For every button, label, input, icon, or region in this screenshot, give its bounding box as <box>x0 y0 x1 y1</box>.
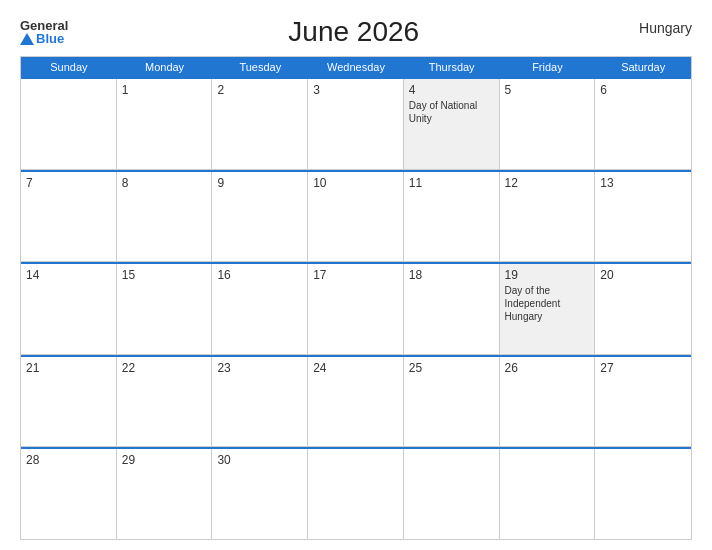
day-number: 14 <box>26 268 111 282</box>
day-number: 17 <box>313 268 398 282</box>
day-cell-w5-d4 <box>308 449 404 539</box>
week-row-5: 282930 <box>21 447 691 539</box>
header-monday: Monday <box>117 57 213 77</box>
day-cell-w1-d7: 6 <box>595 79 691 169</box>
day-cell-w4-d1: 21 <box>21 357 117 447</box>
logo: General Blue <box>20 19 68 45</box>
day-number: 9 <box>217 176 302 190</box>
day-number: 4 <box>409 83 494 97</box>
day-cell-w4-d5: 25 <box>404 357 500 447</box>
day-number: 5 <box>505 83 590 97</box>
week-row-2: 78910111213 <box>21 170 691 263</box>
day-cell-w2-d2: 8 <box>117 172 213 262</box>
day-headers-row: Sunday Monday Tuesday Wednesday Thursday… <box>21 57 691 77</box>
header-friday: Friday <box>500 57 596 77</box>
day-cell-w3-d1: 14 <box>21 264 117 354</box>
calendar-grid: Sunday Monday Tuesday Wednesday Thursday… <box>20 56 692 540</box>
week-row-3: 141516171819Day of the Independent Hunga… <box>21 262 691 355</box>
day-number: 15 <box>122 268 207 282</box>
day-number: 24 <box>313 361 398 375</box>
week-row-4: 21222324252627 <box>21 355 691 448</box>
week-row-1: 1234Day of National Unity56 <box>21 77 691 170</box>
day-cell-w4-d6: 26 <box>500 357 596 447</box>
logo-blue-text: Blue <box>20 32 68 45</box>
day-number: 10 <box>313 176 398 190</box>
day-cell-w5-d7 <box>595 449 691 539</box>
day-number: 2 <box>217 83 302 97</box>
day-cell-w4-d7: 27 <box>595 357 691 447</box>
day-cell-w3-d7: 20 <box>595 264 691 354</box>
day-cell-w4-d3: 23 <box>212 357 308 447</box>
day-number: 29 <box>122 453 207 467</box>
day-cell-w1-d4: 3 <box>308 79 404 169</box>
day-number: 18 <box>409 268 494 282</box>
day-number: 1 <box>122 83 207 97</box>
calendar-page: General Blue June 2026 Hungary Sunday Mo… <box>0 0 712 550</box>
day-number: 16 <box>217 268 302 282</box>
header-tuesday: Tuesday <box>212 57 308 77</box>
day-cell-w1-d6: 5 <box>500 79 596 169</box>
day-number: 23 <box>217 361 302 375</box>
day-number: 26 <box>505 361 590 375</box>
day-cell-w2-d6: 12 <box>500 172 596 262</box>
day-cell-w5-d3: 30 <box>212 449 308 539</box>
day-cell-w2-d3: 9 <box>212 172 308 262</box>
day-number: 25 <box>409 361 494 375</box>
day-number: 3 <box>313 83 398 97</box>
event-label: Day of the Independent Hungary <box>505 285 561 322</box>
day-cell-w3-d4: 17 <box>308 264 404 354</box>
header-thursday: Thursday <box>404 57 500 77</box>
day-cell-w3-d5: 18 <box>404 264 500 354</box>
calendar-title: June 2026 <box>68 16 639 48</box>
day-cell-w3-d2: 15 <box>117 264 213 354</box>
day-cell-w5-d5 <box>404 449 500 539</box>
header-wednesday: Wednesday <box>308 57 404 77</box>
header-saturday: Saturday <box>595 57 691 77</box>
day-cell-w4-d2: 22 <box>117 357 213 447</box>
day-cell-w1-d5: 4Day of National Unity <box>404 79 500 169</box>
day-cell-w3-d3: 16 <box>212 264 308 354</box>
day-cell-w5-d1: 28 <box>21 449 117 539</box>
logo-triangle-icon <box>20 33 34 45</box>
calendar-weeks: 1234Day of National Unity567891011121314… <box>21 77 691 539</box>
day-number: 21 <box>26 361 111 375</box>
day-cell-w1-d2: 1 <box>117 79 213 169</box>
day-number: 30 <box>217 453 302 467</box>
day-cell-w1-d3: 2 <box>212 79 308 169</box>
day-cell-w2-d5: 11 <box>404 172 500 262</box>
day-cell-w4-d4: 24 <box>308 357 404 447</box>
day-cell-w2-d7: 13 <box>595 172 691 262</box>
day-number: 7 <box>26 176 111 190</box>
country-label: Hungary <box>639 16 692 36</box>
day-number: 6 <box>600 83 686 97</box>
day-cell-w1-d1 <box>21 79 117 169</box>
day-cell-w5-d2: 29 <box>117 449 213 539</box>
header-sunday: Sunday <box>21 57 117 77</box>
day-cell-w2-d1: 7 <box>21 172 117 262</box>
day-cell-w3-d6: 19Day of the Independent Hungary <box>500 264 596 354</box>
day-number: 19 <box>505 268 590 282</box>
day-number: 13 <box>600 176 686 190</box>
day-number: 20 <box>600 268 686 282</box>
header: General Blue June 2026 Hungary <box>20 16 692 48</box>
day-number: 8 <box>122 176 207 190</box>
day-number: 27 <box>600 361 686 375</box>
day-cell-w5-d6 <box>500 449 596 539</box>
day-number: 28 <box>26 453 111 467</box>
day-number: 22 <box>122 361 207 375</box>
day-number: 12 <box>505 176 590 190</box>
day-cell-w2-d4: 10 <box>308 172 404 262</box>
event-label: Day of National Unity <box>409 100 477 124</box>
day-number: 11 <box>409 176 494 190</box>
